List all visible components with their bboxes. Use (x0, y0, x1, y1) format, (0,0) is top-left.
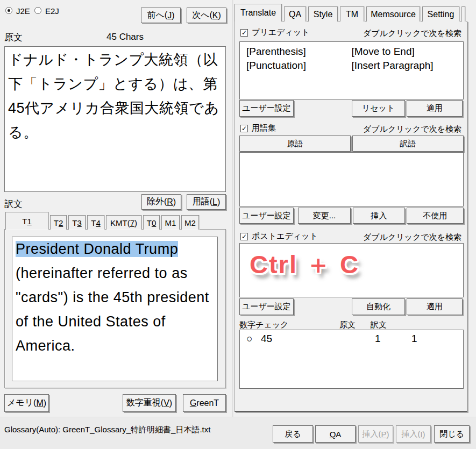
postedit-checkbox-row: ✓ ポストエディット (240, 231, 318, 241)
glossary-listbox[interactable] (239, 152, 464, 206)
exclude-button[interactable]: 除外(R) (141, 194, 181, 210)
char-count: 45 Chars (106, 32, 144, 42)
shortcut-overlay-text: Ctrl ＋ C (250, 248, 359, 282)
close-button[interactable]: 閉じる (434, 425, 470, 443)
glossary-checkbox-row: ✓ 用語集 (240, 123, 276, 133)
radio-j2e-label: J2E (16, 6, 30, 16)
number-check-label: 数字チェック (239, 320, 288, 330)
insert-p-button[interactable]: 挿入(P) (358, 425, 393, 443)
tab-t2[interactable]: T2 (50, 215, 67, 230)
qa-button[interactable]: QA (315, 425, 356, 443)
number-check-value[interactable]: 45 (261, 333, 272, 345)
glossary-change-button[interactable]: 変更... (298, 208, 351, 224)
translation-textbox[interactable]: President Donald Trump (hereinafter refe… (12, 237, 218, 381)
preedit-item[interactable]: [Move to End] (352, 45, 457, 59)
glossary-source-column-header[interactable]: 原語 (239, 136, 351, 152)
right-tab-strip: Translate QA Style TM Memsource Setting (235, 4, 465, 22)
tab-memsource[interactable]: Memsource (366, 6, 420, 22)
radio-j2e[interactable] (5, 7, 12, 14)
number-check-target-header: 訳文 (371, 320, 387, 330)
check-icon: ✓ (241, 125, 247, 132)
tab-tm[interactable]: TM (340, 6, 364, 22)
radio-e2j[interactable] (34, 7, 41, 14)
preedit-user-settings-button[interactable]: ユーザー設定 (239, 100, 294, 117)
glossary-user-settings-button[interactable]: ユーザー設定 (239, 208, 294, 224)
translation-tab-strip: T1 T2 T3 T4 KMT(7) T0 M1 M2 (5, 212, 199, 230)
number-check-source-header: 原文 (339, 320, 356, 330)
greent-translation-window: J2E E2J 前へ(J) 次へ(K) 原文 45 Chars ドナルド・トラン… (0, 0, 476, 449)
translation-text: (hereinafter referred to as "cards") is … (16, 265, 209, 354)
translate-tab-page: ✓ プリエディット ダブルクリックで次を検索 [Parenthesis] [Mo… (235, 21, 467, 412)
tab-t0[interactable]: T0 (143, 215, 160, 230)
postedit-checkbox-label: ポストエディット (252, 231, 318, 241)
glossary-status-text: Glossary(Auto): GreenT_Glossary_特許明細書_日本… (4, 425, 210, 435)
check-icon: ✓ (241, 30, 247, 36)
glossary-unused-button[interactable]: 不使用 (407, 208, 464, 224)
glossary-checkbox-label: 用語集 (252, 123, 276, 133)
target-label: 訳文 (4, 198, 23, 210)
greent-button[interactable]: GreenT (183, 394, 226, 412)
insert-i-button[interactable]: 挿入(I) (396, 425, 431, 443)
postedit-user-settings-button[interactable]: ユーザー設定 (239, 298, 294, 315)
source-label: 原文 (4, 31, 23, 44)
tab-m1[interactable]: M1 (161, 215, 180, 230)
tab-style[interactable]: Style (308, 6, 338, 22)
preedit-reset-button[interactable]: リセット (352, 100, 405, 117)
glossary-hint: ダブルクリックで次を検索 (363, 124, 461, 134)
radio-e2j-label: E2J (45, 6, 59, 16)
postedit-apply-button[interactable]: 適用 (407, 298, 463, 315)
tab-setting[interactable]: Setting (422, 6, 459, 22)
tab-t1[interactable]: T1 (5, 212, 48, 230)
postedit-automate-button[interactable]: 自動化 (352, 298, 405, 315)
source-textbox[interactable]: ドナルド・トランプ大統領（以下「トランプ」とする）は、第45代アメリカ合衆国大統… (4, 46, 226, 192)
selected-translation-text: President Donald Trump (16, 241, 178, 257)
check-icon: ✓ (241, 233, 247, 240)
postedit-hint: ダブルクリックで次を検索 (363, 232, 461, 243)
postedit-listbox[interactable]: Ctrl ＋ C (239, 243, 464, 297)
glossary-checkbox[interactable]: ✓ (240, 125, 248, 132)
term-button[interactable]: 用語(L) (187, 194, 226, 210)
panel-divider-highlight (232, 0, 233, 417)
memory-button[interactable]: メモリ(M) (4, 394, 49, 412)
preedit-checkbox-label: プリエディット (252, 27, 309, 38)
status-bar: Glossary(Auto): GreenT_Glossary_特許明細書_日本… (0, 417, 476, 449)
tab-qa[interactable]: QA (284, 6, 306, 22)
preedit-item[interactable]: [Parenthesis] (246, 45, 352, 59)
back-button[interactable]: 戻る (273, 425, 313, 443)
preedit-hint: ダブルクリックで次を検索 (363, 28, 461, 39)
glossary-target-column-header[interactable]: 訳語 (352, 136, 464, 152)
tab-translate[interactable]: Translate (235, 4, 282, 22)
glossary-insert-button[interactable]: 挿入 (353, 208, 405, 224)
preedit-item[interactable]: [Punctuation] (246, 59, 352, 73)
prev-button[interactable]: 前へ(J) (141, 8, 181, 23)
tab-strip-stub (461, 6, 465, 22)
tab-kmt7[interactable]: KMT(7) (106, 215, 141, 230)
translation-tab-page: President Donald Trump (hereinafter refe… (4, 229, 226, 388)
preedit-checkbox[interactable]: ✓ (240, 29, 248, 37)
number-check-target-count[interactable]: 1 (411, 333, 417, 345)
number-check-mark[interactable]: ○ (246, 333, 252, 345)
postedit-checkbox[interactable]: ✓ (240, 233, 248, 240)
number-check-listbox[interactable]: ○ 45 1 1 (239, 330, 464, 389)
preedit-listbox[interactable]: [Parenthesis] [Move to End] [Punctuation… (239, 41, 464, 99)
radio-selected-dot (8, 9, 10, 12)
preedit-apply-button[interactable]: 適用 (407, 100, 463, 117)
tab-t4[interactable]: T4 (87, 215, 104, 230)
next-button[interactable]: 次へ(K) (187, 8, 226, 23)
tab-m2[interactable]: M2 (181, 215, 199, 230)
number-priority-button[interactable]: 数字重視(V) (123, 394, 176, 412)
tab-t3[interactable]: T3 (68, 215, 86, 230)
number-check-source-count[interactable]: 1 (375, 333, 381, 345)
preedit-checkbox-row: ✓ プリエディット (240, 27, 309, 38)
preedit-item[interactable]: [Insert Paragraph] (352, 59, 457, 73)
